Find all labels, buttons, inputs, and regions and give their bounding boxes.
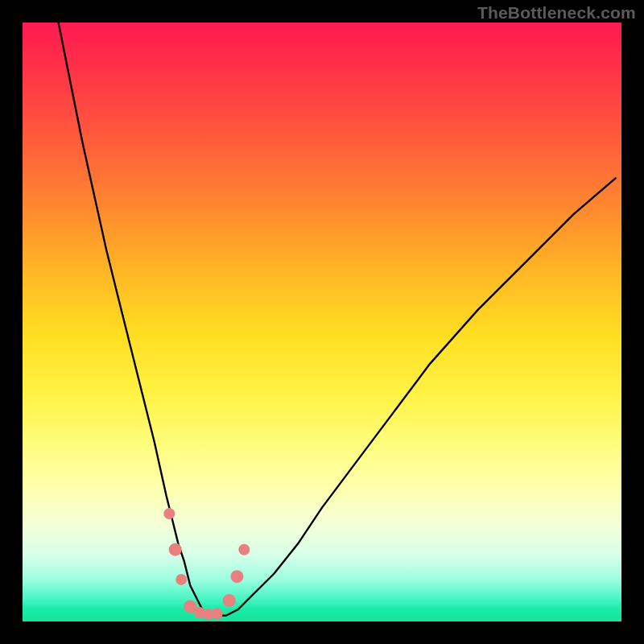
marker-dot bbox=[169, 543, 182, 556]
chart-svg bbox=[23, 23, 621, 621]
watermark-text: TheBottleneck.com bbox=[477, 3, 636, 23]
marker-dot bbox=[238, 544, 250, 555]
bottleneck-curve bbox=[59, 23, 616, 616]
marker-dot bbox=[223, 594, 236, 607]
curve-markers bbox=[163, 508, 250, 620]
marker-dot bbox=[175, 574, 187, 585]
marker-dot bbox=[212, 608, 223, 619]
marker-dot bbox=[230, 570, 243, 583]
chart-frame: TheBottleneck.com bbox=[0, 0, 644, 644]
marker-dot bbox=[163, 508, 175, 519]
plot-area bbox=[23, 23, 621, 621]
